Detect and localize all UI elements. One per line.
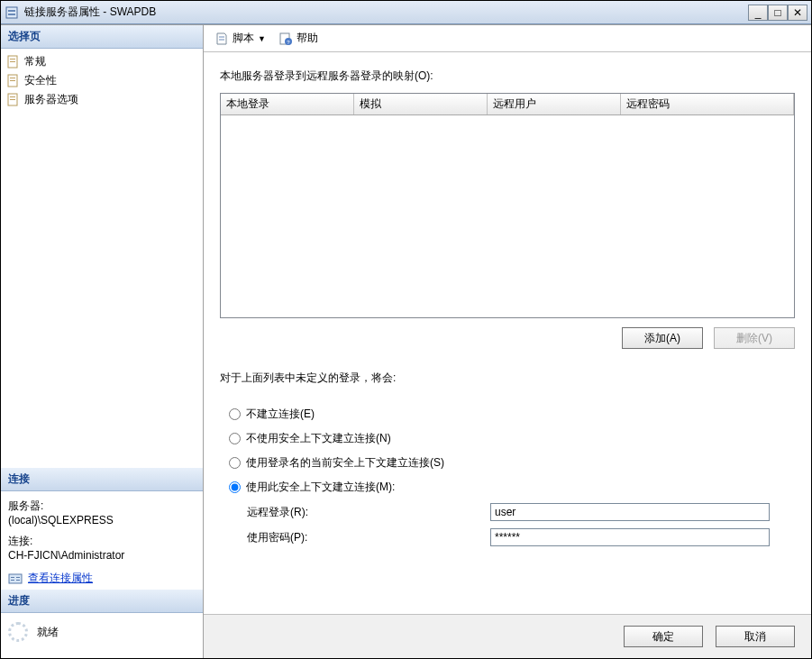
col-remote-password: 远程密码 (621, 94, 794, 114)
server-label: 服务器: (8, 499, 196, 514)
svg-rect-7 (10, 78, 15, 78)
view-connection-properties[interactable]: 查看连接属性 (8, 571, 196, 586)
app-icon (5, 5, 19, 20)
radio-label: 使用登录名的当前安全上下文建立连接(S) (246, 455, 444, 471)
undefined-logins-label: 对于上面列表中未定义的登录，将会: (220, 371, 795, 386)
dialog-window: 链接服务器属性 - SWAPDB _ □ ✕ 选择页 常规 安全性 服务器选 (0, 0, 812, 659)
password-input[interactable] (490, 528, 770, 546)
remote-login-input[interactable] (490, 503, 770, 521)
radio-label: 不使用安全上下文建立连接(N) (246, 431, 391, 446)
right-panel: 脚本 ▼ ? 帮助 本地服务器登录到远程服务器登录的映射(O): 本地登录 模拟… (204, 25, 811, 658)
nav-item-security[interactable]: 安全性 (6, 71, 197, 90)
login-mapping-grid[interactable]: 本地登录 模拟 远程用户 远程密码 (220, 93, 795, 318)
script-icon (214, 32, 229, 46)
page-icon (6, 74, 21, 88)
help-icon: ? (278, 32, 293, 46)
titlebar: 链接服务器属性 - SWAPDB _ □ ✕ (1, 1, 811, 24)
select-page-header: 选择页 (1, 25, 203, 49)
radio-this-sec-input[interactable] (229, 481, 241, 493)
radio-not-made-input[interactable] (229, 408, 241, 420)
svg-rect-4 (10, 59, 15, 59)
svg-rect-13 (11, 577, 14, 578)
ok-button[interactable]: 确定 (624, 626, 703, 647)
radio-label: 不建立连接(E) (246, 407, 315, 422)
nav-label: 安全性 (24, 73, 57, 88)
grid-body[interactable] (221, 115, 794, 317)
radio-label: 使用此安全上下文建立连接(M): (246, 480, 395, 495)
col-impersonate: 模拟 (354, 94, 488, 114)
connection-header: 连接 (1, 468, 203, 491)
mapping-label: 本地服务器登录到远程服务器登录的映射(O): (220, 69, 795, 84)
svg-rect-10 (10, 96, 15, 97)
grid-header-row: 本地登录 模拟 远程用户 远程密码 (221, 94, 794, 115)
svg-rect-5 (10, 61, 15, 62)
col-local-login: 本地登录 (221, 94, 354, 114)
password-row: 使用密码(P): (220, 525, 795, 550)
conn-value: CH-FJICN\Administrator (8, 549, 196, 562)
nav-label: 常规 (24, 54, 46, 69)
window-title: 链接服务器属性 - SWAPDB (24, 5, 748, 20)
toolbar: 脚本 ▼ ? 帮助 (204, 25, 811, 52)
cancel-button[interactable]: 取消 (716, 626, 795, 647)
nav-item-general[interactable]: 常规 (6, 52, 197, 71)
close-button[interactable]: ✕ (788, 5, 807, 21)
radio-not-made[interactable]: 不建立连接(E) (220, 402, 795, 426)
properties-icon (8, 572, 23, 586)
nav-label: 服务器选项 (24, 92, 78, 107)
password-label: 使用密码(P): (247, 530, 490, 545)
connection-section: 服务器: (local)\SQLEXPRESS 连接: CH-FJICN\Adm… (1, 491, 203, 590)
remote-login-label: 远程登录(R): (247, 505, 490, 520)
add-button[interactable]: 添加(A) (622, 327, 703, 349)
security-radio-group: 不建立连接(E) 不使用安全上下文建立连接(N) 使用登录名的当前安全上下文建立… (220, 402, 795, 550)
maximize-button[interactable]: □ (768, 5, 788, 21)
page-icon (6, 93, 21, 107)
main-area: 本地服务器登录到远程服务器登录的映射(O): 本地登录 模拟 远程用户 远程密码… (204, 52, 811, 614)
remote-login-row: 远程登录(R): (220, 499, 795, 525)
server-value: (local)\SQLEXPRESS (8, 514, 196, 526)
spinner-icon (8, 622, 28, 642)
minimize-button[interactable]: _ (748, 5, 768, 21)
progress-header: 进度 (1, 590, 203, 613)
script-button[interactable]: 脚本 ▼ (211, 29, 269, 48)
col-remote-user: 远程用户 (488, 94, 621, 114)
svg-rect-8 (10, 80, 15, 81)
content-area: 选择页 常规 安全性 服务器选项 连接 服务器: (local (1, 24, 811, 658)
script-label: 脚本 (233, 31, 254, 46)
grid-buttons: 添加(A) 删除(V) (220, 327, 795, 349)
dialog-footer: 确定 取消 (204, 614, 811, 658)
page-icon (6, 55, 21, 69)
nav-list: 常规 安全性 服务器选项 (1, 49, 203, 113)
dropdown-arrow-icon: ▼ (258, 34, 266, 43)
nav-item-server-options[interactable]: 服务器选项 (6, 90, 197, 109)
remove-button: 删除(V) (714, 327, 795, 349)
svg-rect-14 (11, 580, 14, 581)
help-label: 帮助 (297, 31, 318, 46)
radio-current-sec-context[interactable]: 使用登录名的当前安全上下文建立连接(S) (220, 451, 795, 475)
view-conn-link[interactable]: 查看连接属性 (28, 571, 93, 586)
help-button[interactable]: ? 帮助 (275, 29, 322, 48)
svg-rect-0 (6, 7, 17, 18)
svg-rect-1 (8, 10, 15, 12)
svg-rect-2 (8, 14, 15, 15)
window-buttons: _ □ ✕ (748, 5, 807, 21)
radio-this-sec-context[interactable]: 使用此安全上下文建立连接(M): (220, 475, 795, 499)
status-ready: 就绪 (37, 625, 59, 640)
left-panel: 选择页 常规 安全性 服务器选项 连接 服务器: (local (1, 25, 204, 658)
svg-rect-15 (16, 577, 20, 578)
svg-rect-16 (16, 580, 20, 581)
radio-current-sec-input[interactable] (229, 457, 241, 469)
radio-no-sec-context[interactable]: 不使用安全上下文建立连接(N) (220, 426, 795, 451)
svg-rect-11 (10, 99, 15, 100)
radio-no-sec-input[interactable] (229, 433, 241, 444)
conn-label: 连接: (8, 534, 196, 549)
svg-rect-12 (9, 574, 22, 583)
progress-section: 就绪 (1, 613, 203, 658)
